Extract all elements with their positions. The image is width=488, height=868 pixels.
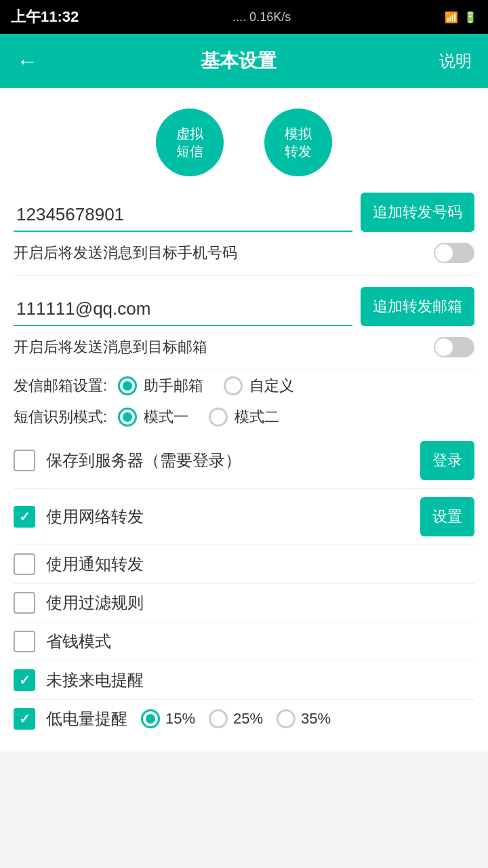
email-toggle-label: 开启后将发送消息到目标邮箱 [14, 337, 207, 357]
page-title: 基本设置 [201, 48, 277, 74]
battery-label-15: 15% [165, 710, 195, 728]
add-phone-button[interactable]: 追加转发号码 [361, 193, 474, 232]
checkbox-save-server-inner: 保存到服务器（需要登录） [14, 450, 409, 471]
phone-toggle-label: 开启后将发送消息到目标手机号码 [14, 243, 237, 263]
virtual-sms-button[interactable]: 虚拟短信 [156, 108, 224, 176]
checkbox-filter-label: 使用过滤规则 [46, 592, 144, 614]
add-email-button[interactable]: 追加转发邮箱 [361, 287, 474, 326]
checkbox-missedcall[interactable] [14, 669, 35, 691]
sms-mode-option-1[interactable]: 模式一 [118, 407, 188, 427]
battery-radio-25[interactable] [209, 709, 228, 728]
status-time: 上午11:32 [11, 7, 79, 27]
sender-email-label-2: 自定义 [249, 376, 294, 396]
sms-mode-radio-1[interactable] [118, 408, 137, 427]
email-toggle[interactable] [434, 337, 474, 357]
sms-mode-label: 短信识别模式: [14, 407, 107, 427]
checkbox-savemoney[interactable] [14, 631, 35, 652]
login-button[interactable]: 登录 [420, 441, 474, 480]
checkbox-save-server-label: 保存到服务器（需要登录） [46, 450, 241, 471]
top-action-buttons: 虚拟短信 模拟转发 [14, 108, 474, 176]
sender-email-option-1[interactable]: 助手邮箱 [118, 376, 203, 396]
back-button[interactable]: ← [16, 49, 38, 74]
checkbox-savemoney-label: 省钱模式 [46, 631, 111, 652]
battery-icon: 🔋 [464, 11, 477, 24]
battery-option-15[interactable]: 15% [141, 709, 195, 728]
checkbox-notify-label: 使用通知转发 [46, 553, 144, 575]
sender-email-label: 发信邮箱设置: [14, 376, 107, 396]
battery-options: 低电量提醒 15% 25% 35% [46, 708, 474, 730]
sms-mode-radio-2[interactable] [209, 408, 228, 427]
checkbox-savemoney-row: 省钱模式 [14, 623, 474, 661]
email-input[interactable] [14, 293, 352, 326]
checkbox-network-row: 使用网络转发 设置 [14, 489, 474, 545]
sender-email-row: 发信邮箱设置: 助手邮箱 自定义 [14, 370, 474, 401]
sms-mode-row: 短信识别模式: 模式一 模式二 [14, 401, 474, 433]
help-button[interactable]: 说明 [439, 50, 472, 72]
checkbox-missedcall-label: 未接来电提醒 [46, 669, 144, 691]
battery-label-25: 25% [233, 710, 263, 728]
sender-email-radio-1[interactable] [118, 376, 137, 395]
sms-mode-label-2: 模式二 [235, 407, 279, 427]
checkbox-save-server[interactable] [14, 450, 35, 471]
checkbox-notify[interactable] [14, 553, 35, 575]
checkbox-network-inner: 使用网络转发 [14, 506, 409, 528]
checkbox-network[interactable] [14, 506, 35, 528]
email-input-row: 追加转发邮箱 [14, 287, 474, 326]
checkbox-notify-row: 使用通知转发 [14, 545, 474, 584]
status-network: .... 0.16K/s [232, 10, 291, 24]
main-content: 虚拟短信 模拟转发 追加转发号码 开启后将发送消息到目标手机号码 追加转发邮箱 … [0, 88, 488, 751]
phone-toggle[interactable] [434, 243, 474, 263]
status-icons: 📶 🔋 [445, 11, 477, 24]
battery-label-35: 35% [301, 710, 331, 728]
sender-email-label-1: 助手邮箱 [144, 376, 203, 396]
settings-button[interactable]: 设置 [420, 497, 474, 536]
status-bar: 上午11:32 .... 0.16K/s 📶 🔋 [0, 0, 488, 34]
checkbox-missedcall-row: 未接来电提醒 [14, 661, 474, 700]
battery-label: 低电量提醒 [46, 708, 127, 730]
battery-radio-15[interactable] [141, 709, 160, 728]
phone-input[interactable] [14, 199, 352, 232]
sender-email-radio-2[interactable] [224, 376, 243, 395]
sms-mode-option-2[interactable]: 模式二 [209, 407, 279, 427]
simulate-forward-button[interactable]: 模拟转发 [264, 108, 332, 176]
battery-option-35[interactable]: 35% [277, 709, 331, 728]
email-toggle-row: 开启后将发送消息到目标邮箱 [14, 330, 474, 370]
sms-mode-label-1: 模式一 [144, 407, 188, 427]
checkbox-battery[interactable] [14, 708, 35, 730]
checkbox-save-server-row: 保存到服务器（需要登录） 登录 [14, 433, 474, 489]
sender-email-options: 助手邮箱 自定义 [118, 376, 474, 396]
battery-option-25[interactable]: 25% [209, 709, 263, 728]
phone-input-row: 追加转发号码 [14, 193, 474, 232]
sms-mode-options: 模式一 模式二 [118, 407, 474, 427]
checkbox-battery-row: 低电量提醒 15% 25% 35% [14, 700, 474, 738]
battery-radio-35[interactable] [277, 709, 296, 728]
checkbox-filter[interactable] [14, 592, 35, 614]
signal-icon: 📶 [445, 11, 458, 24]
checkbox-network-label: 使用网络转发 [46, 506, 144, 528]
sender-email-option-2[interactable]: 自定义 [224, 376, 294, 396]
header: ← 基本设置 说明 [0, 34, 488, 88]
phone-toggle-row: 开启后将发送消息到目标手机号码 [14, 236, 474, 276]
checkbox-filter-row: 使用过滤规则 [14, 584, 474, 623]
